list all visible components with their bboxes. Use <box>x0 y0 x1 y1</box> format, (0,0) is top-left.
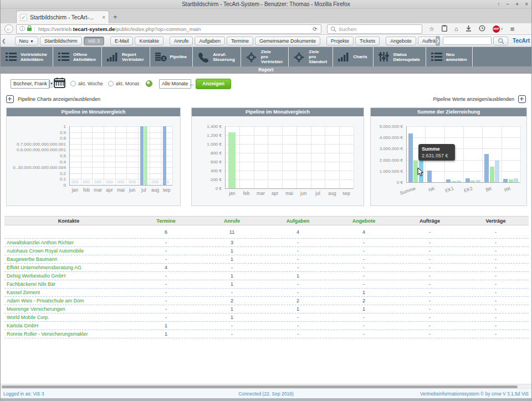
contact-link[interactable]: Anwaltskanzlei Anthon Richter <box>4 239 133 246</box>
toolbar-button-tickets[interactable]: Tickets <box>355 37 380 45</box>
maximize-icon[interactable]: + <box>515 0 519 9</box>
back-button[interactable]: ← <box>4 24 13 33</box>
reload-button[interactable]: ⟳ <box>309 24 321 34</box>
value-cell: 2 <box>199 297 265 305</box>
filter-row: Büchner, Frank ▼ akt. Woche akt. Monat A… <box>11 78 231 90</box>
value-cell: - <box>397 255 463 263</box>
nav-item-vertriebliche-aktivit-ten[interactable]: VertrieblicheAktivitäten <box>1 47 53 66</box>
scrollbar-thumb[interactable] <box>2 385 518 388</box>
nav-item-pipeline[interactable]: $Pipeline <box>150 47 193 66</box>
anzeigen-button[interactable]: Anzeigen <box>196 79 231 89</box>
toolbar-scroll-right-icon[interactable]: ❯ <box>436 36 441 46</box>
toolbar-button-startbildschirm[interactable]: Startbildschirm <box>40 37 82 45</box>
chevron-down-icon: ˅ <box>501 27 503 31</box>
y-axis-tick-label: 400 € <box>192 168 222 173</box>
plus-icon[interactable] <box>518 95 526 103</box>
toolbar-button-neu[interactable]: Neu▼ <box>15 37 38 45</box>
toolbar-button-aufgaben[interactable]: Aufgaben <box>195 37 225 45</box>
contact-link[interactable]: Baugewerbe Baumann <box>4 255 133 263</box>
x-axis-tick-label: jun <box>296 191 311 196</box>
calendar-icon[interactable] <box>54 78 65 90</box>
toolbar-button-e-mail[interactable]: E-Mail <box>110 37 134 45</box>
browser-tab[interactable]: ✓ Startbildschirm - TecArt-... × <box>16 11 109 23</box>
horizontal-scrollbar[interactable] <box>1 384 531 388</box>
bar-bk-series-3 <box>495 161 499 182</box>
all-months-radio-selected[interactable] <box>146 80 152 87</box>
nav-item-report-vertriebler[interactable]: ReportVertriebler <box>102 47 150 66</box>
gridline <box>69 162 172 162</box>
contact-link[interactable]: Ronnie Roller - Versicherungsmakler <box>4 330 133 338</box>
nav-item-status-datenupdate[interactable]: StatusDatenupdate <box>374 47 426 66</box>
browser-search-field[interactable]: Suchen <box>327 24 422 34</box>
chart-title: Summe der Zielerreichung <box>371 108 526 116</box>
gridline <box>225 171 354 171</box>
toolbar-button-gemeinsame-dokumente[interactable]: Gemeinsame Dokumente <box>255 37 320 45</box>
contact-link[interactable]: Kassel Zement <box>4 289 133 296</box>
toolbar-button-auftr-ge[interactable]: Aufträge <box>418 37 436 45</box>
week-radio[interactable] <box>70 81 76 86</box>
user-select[interactable]: Büchner, Frank ▼ <box>11 79 49 89</box>
nav-item-offene-aktivit-ten[interactable]: OffeneAktivitäten <box>53 47 102 66</box>
contact-link[interactable]: Meerenge Versicherungen <box>4 305 133 313</box>
new-tab-button[interactable]: + <box>113 13 117 21</box>
nav-item-anruf-steuerung[interactable]: Anruf-Steuerung <box>193 47 241 66</box>
clipboard-icon[interactable] <box>442 25 447 33</box>
minimize-icon[interactable]: − <box>506 0 509 9</box>
value-cell: - <box>265 239 331 246</box>
window-controls: ↑ − + × <box>497 0 528 9</box>
bar-sep-series-blue <box>163 126 166 185</box>
nav-item-neu-anmelden[interactable]: Neuanmelden <box>426 47 473 66</box>
app-search-button[interactable] <box>493 37 508 45</box>
bookmark-star-icon[interactable]: ☆ <box>429 25 434 33</box>
contact-link[interactable]: World Mobile Corp. <box>4 313 133 321</box>
column-header-auftr-ge: Aufträge <box>397 217 463 225</box>
nav-item-ziele-pro-vertriebler[interactable]: ZieleproVertriebler <box>241 47 289 66</box>
gridline <box>225 179 354 180</box>
app-search-input[interactable] <box>443 37 492 45</box>
toolbar-button-projekte[interactable]: Projekte <box>326 37 354 45</box>
toolbar-scroll-left-icon[interactable]: ❮ <box>2 38 6 44</box>
toolbar-button-kontakte[interactable]: Kontakte <box>135 37 163 45</box>
y-axis-line <box>225 126 226 188</box>
month-radio[interactable] <box>108 81 114 86</box>
nav-item-ziele-pro-standort[interactable]: ZieleproStandort <box>289 47 333 66</box>
url-field[interactable]: ⓘ https://vertrieb.tecart-system.de/publ… <box>16 24 310 34</box>
contact-link[interactable]: Delsig Werbestudio GmbH <box>4 272 133 280</box>
gridline <box>463 126 464 182</box>
toolbar-button-angebote[interactable]: Angebote <box>386 37 416 45</box>
plus-icon[interactable] <box>6 95 14 103</box>
contact-link[interactable]: Fachbäckerei Nils Bär <box>4 280 133 288</box>
site-info-icon[interactable]: ⓘ <box>19 25 25 33</box>
contact-link[interactable]: Kartola GmbH <box>4 322 133 330</box>
value-cell: - <box>331 239 397 246</box>
contact-link[interactable]: Effekt Unternehmensberatung AG <box>4 264 133 271</box>
gridline <box>520 126 521 182</box>
tab-close-icon[interactable]: × <box>102 14 105 20</box>
value-cell: - <box>199 289 265 296</box>
menu-hamburger-icon[interactable]: ≡ <box>510 25 515 33</box>
close-icon[interactable]: × <box>525 0 528 9</box>
adblock-button[interactable]: ABP ˅ <box>493 25 503 33</box>
toolbar-button-vis-3[interactable]: ViS 3 <box>84 37 104 45</box>
contact-link[interactable]: Adam Wies - Privatschule am Dom <box>4 297 133 305</box>
home-icon[interactable]: ⌂ <box>454 25 458 32</box>
shade-icon[interactable]: ↑ <box>497 0 500 9</box>
toolbar-button-termine[interactable]: Termine <box>227 37 253 45</box>
history-clock-icon[interactable] <box>479 25 485 33</box>
months-select[interactable]: Alle Monate ... ▼ <box>159 79 191 89</box>
nav-item-charts[interactable]: Charts <box>333 47 373 66</box>
lock-icon[interactable] <box>27 28 32 31</box>
bar-bk-series-2 <box>490 167 494 182</box>
value-cell: - <box>265 322 331 330</box>
table-row: Delsig Werbestudio GmbH-11--- <box>4 272 529 280</box>
download-icon[interactable] <box>466 25 472 33</box>
contact-link[interactable]: Autohaus Crown Royal Automobile <box>4 247 133 255</box>
x-axis-tick-label: Summe <box>393 186 416 198</box>
value-cell: 1 <box>265 305 331 313</box>
toolbar-button-anrufe[interactable]: Anrufe <box>170 37 193 45</box>
x-axis-tick-label: sep <box>339 191 354 196</box>
value-cell: - <box>199 264 265 271</box>
table-row: Baugewerbe Baumann-1---- <box>4 255 529 264</box>
value-cell: 1 <box>133 322 199 330</box>
x-axis-tick-label: jan <box>224 191 240 196</box>
